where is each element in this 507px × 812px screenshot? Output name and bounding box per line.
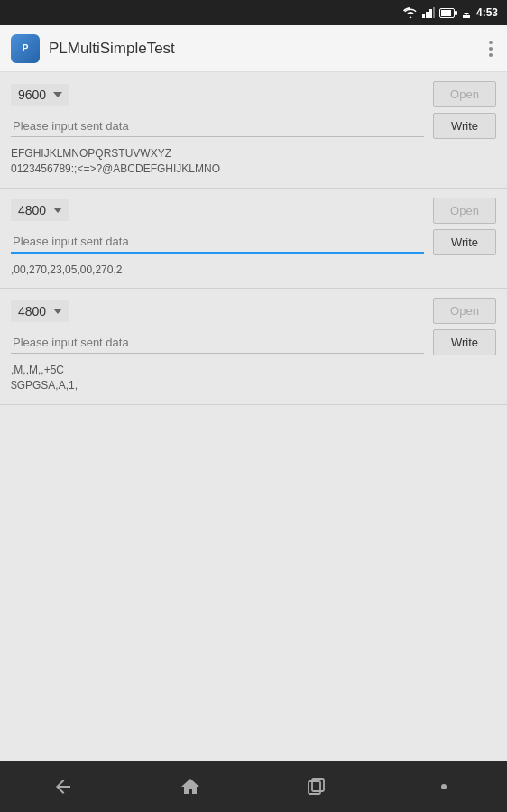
port-block-1: 9600 Open Write EFGHIJKLMNOPQRSTUVWXYZ01… bbox=[0, 72, 507, 189]
recent-apps-icon bbox=[307, 777, 327, 797]
app-bar: P PLMultiSimpleTest bbox=[0, 25, 507, 72]
svg-rect-2 bbox=[429, 9, 432, 18]
wifi-icon bbox=[403, 7, 418, 18]
port-dropdown-arrow-2 bbox=[53, 208, 62, 213]
open-button-3[interactable]: Open bbox=[433, 298, 496, 324]
port-selector-1[interactable]: 9600 bbox=[11, 84, 69, 106]
overflow-menu-button[interactable] bbox=[485, 37, 496, 60]
svg-rect-6 bbox=[441, 10, 451, 16]
port-dropdown-arrow-3 bbox=[53, 309, 62, 314]
svg-rect-8 bbox=[312, 779, 324, 791]
input-row-2: Write bbox=[11, 229, 496, 255]
svg-rect-5 bbox=[455, 11, 457, 15]
svg-rect-0 bbox=[422, 14, 425, 18]
write-button-1[interactable]: Write bbox=[433, 113, 496, 139]
home-icon bbox=[180, 776, 201, 798]
port-dropdown-arrow-1 bbox=[53, 92, 62, 97]
signal-icon bbox=[422, 7, 435, 18]
back-icon bbox=[52, 776, 74, 798]
input-row-3: Write bbox=[11, 329, 496, 355]
port-selector-2[interactable]: 4800 bbox=[11, 199, 69, 221]
svg-rect-1 bbox=[426, 12, 429, 18]
svg-rect-3 bbox=[433, 7, 435, 18]
app-logo: P bbox=[11, 34, 40, 63]
battery-icon bbox=[439, 8, 457, 18]
port-row-3: 4800 Open bbox=[11, 298, 496, 324]
app-title: PLMultiSimpleTest bbox=[49, 40, 485, 58]
port-block-3: 4800 Open Write ,M,,M,,+5C$GPGSA,A,1, bbox=[0, 289, 507, 405]
status-bar: 4:53 bbox=[0, 0, 507, 25]
port-label-1: 9600 bbox=[18, 88, 46, 102]
status-time: 4:53 bbox=[476, 6, 498, 19]
home-button[interactable] bbox=[169, 765, 212, 808]
write-button-3[interactable]: Write bbox=[433, 329, 496, 355]
dot-button[interactable] bbox=[422, 765, 466, 808]
sent-input-3[interactable] bbox=[11, 332, 424, 354]
port-row-1: 9600 Open bbox=[11, 81, 496, 107]
back-button[interactable] bbox=[41, 765, 85, 808]
open-button-1[interactable]: Open bbox=[433, 81, 496, 107]
port-block-2: 4800 Open Write ,00,270,23,05,00,270,2 bbox=[0, 189, 507, 290]
main-content: 9600 Open Write EFGHIJKLMNOPQRSTUVWXYZ01… bbox=[0, 72, 507, 761]
input-row-1: Write bbox=[11, 113, 496, 139]
port-selector-3[interactable]: 4800 bbox=[11, 300, 69, 322]
svg-rect-7 bbox=[309, 781, 320, 794]
dot-icon bbox=[441, 784, 447, 789]
sent-input-2[interactable] bbox=[11, 231, 424, 254]
status-icons bbox=[403, 6, 471, 19]
recent-apps-button[interactable] bbox=[295, 765, 338, 808]
open-button-2[interactable]: Open bbox=[433, 198, 496, 224]
write-button-2[interactable]: Write bbox=[433, 229, 496, 255]
sent-input-1[interactable] bbox=[11, 115, 424, 137]
usb-icon bbox=[462, 6, 471, 19]
received-data-2: ,00,270,23,05,00,270,2 bbox=[11, 261, 496, 283]
port-row-2: 4800 Open bbox=[11, 198, 496, 224]
received-data-1: EFGHIJKLMNOPQRSTUVWXYZ0123456789:;<=>?@A… bbox=[11, 144, 496, 182]
port-label-2: 4800 bbox=[18, 203, 46, 217]
bottom-nav bbox=[0, 761, 507, 812]
received-data-3: ,M,,M,,+5C$GPGSA,A,1, bbox=[11, 361, 496, 399]
port-label-3: 4800 bbox=[18, 304, 46, 318]
